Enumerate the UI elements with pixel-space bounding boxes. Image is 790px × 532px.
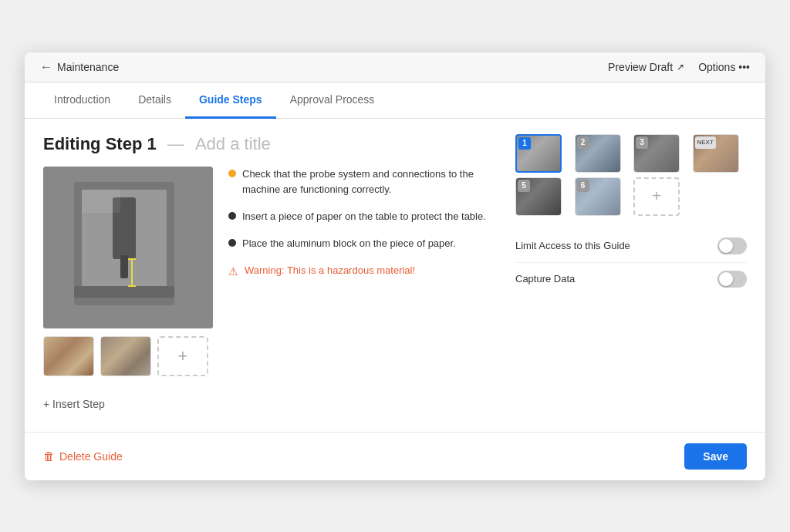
add-step-button[interactable]: +	[633, 177, 680, 216]
instruction-item-1: Check that the probe system and connecti…	[228, 167, 497, 199]
right-panel: 1 2 3 NEXT 5 6	[515, 134, 747, 416]
cnc-machine-svg	[43, 167, 213, 328]
insert-step-label: + Insert Step	[43, 398, 105, 410]
limit-access-label: Limit Access to this Guide	[515, 240, 630, 251]
step-num-2: 2	[577, 136, 589, 149]
back-label: Maintenance	[57, 61, 119, 73]
limit-access-row: Limit Access to this Guide	[515, 230, 747, 263]
save-button[interactable]: Save	[684, 443, 747, 470]
save-label: Save	[703, 450, 728, 463]
capture-data-label: Capture Data	[515, 273, 575, 285]
step-thumb-4[interactable]: NEXT	[693, 134, 739, 173]
back-arrow-icon: ←	[40, 60, 52, 74]
step-thumb-1[interactable]: 1	[515, 134, 562, 173]
thumbnail-1[interactable]	[43, 336, 94, 376]
svg-rect-5	[74, 286, 174, 298]
add-image-button[interactable]: +	[157, 336, 208, 376]
external-link-icon: ↗	[677, 62, 684, 72]
topbar-actions: Preview Draft ↗ Options •••	[608, 61, 750, 73]
main-image-container: +	[43, 167, 213, 376]
tab-details[interactable]: Details	[124, 82, 185, 119]
back-navigation[interactable]: ← Maintenance	[40, 60, 119, 74]
step-thumb-2[interactable]: 2	[575, 134, 621, 173]
svg-rect-9	[82, 190, 120, 213]
tab-introduction[interactable]: Introduction	[40, 82, 124, 119]
warning-row: ⚠ Warning: This is a hazardous material!	[228, 263, 497, 280]
step-thumb-5[interactable]: 5	[515, 177, 562, 216]
step-thumb-6[interactable]: 6	[575, 177, 621, 216]
preview-draft-label: Preview Draft	[608, 61, 673, 73]
limit-access-toggle[interactable]	[717, 237, 747, 254]
bullet-black-icon-2	[228, 239, 236, 247]
app-window: ← Maintenance Preview Draft ↗ Options ••…	[25, 52, 765, 480]
ellipsis-icon: •••	[738, 61, 750, 73]
instruction-item-3: Place the aluminum block on the piece of…	[228, 236, 497, 252]
instruction-text-1: Check that the probe system and connecti…	[242, 167, 497, 199]
instruction-text-3: Place the aluminum block on the piece of…	[242, 236, 456, 252]
tab-approval-process[interactable]: Approval Process	[276, 82, 389, 119]
capture-data-toggle[interactable]	[717, 271, 747, 288]
main-content: Editing Step 1 — Add a title	[25, 119, 765, 432]
capture-data-row: Capture Data	[515, 263, 747, 295]
instruction-item-2: Insert a piece of paper on the table to …	[228, 209, 497, 225]
preview-draft-button[interactable]: Preview Draft ↗	[608, 61, 684, 73]
bottom-bar: 🗑 Delete Guide Save	[25, 432, 765, 480]
instructions-panel: Check that the probe system and connecti…	[228, 167, 497, 376]
step-num-5: 5	[518, 180, 530, 192]
bullet-black-icon-1	[228, 212, 236, 220]
options-button[interactable]: Options •••	[698, 61, 750, 73]
step-thumb-3[interactable]: 3	[633, 134, 680, 173]
main-step-image[interactable]	[43, 167, 213, 328]
editor-area: + Check that the probe system and connec…	[43, 167, 497, 376]
tab-bar: Introduction Details Guide Steps Approva…	[25, 82, 765, 119]
insert-step-button[interactable]: + Insert Step	[43, 392, 497, 416]
step-thumbnails-grid: 1 2 3 NEXT 5 6	[515, 134, 747, 216]
thumbnail-row: +	[43, 336, 213, 376]
thumbnail-2[interactable]	[100, 336, 151, 376]
svg-rect-4	[120, 255, 128, 278]
options-label: Options	[698, 61, 735, 73]
step-num-4: NEXT	[695, 136, 716, 149]
step-prefix: Editing Step 1	[43, 134, 157, 153]
step-title: Editing Step 1 — Add a title	[43, 134, 497, 154]
delete-guide-button[interactable]: 🗑 Delete Guide	[43, 450, 123, 463]
step-num-3: 3	[636, 136, 648, 149]
bullet-orange-icon	[228, 170, 236, 177]
tab-guide-steps[interactable]: Guide Steps	[185, 82, 276, 119]
step-num-6: 6	[577, 180, 589, 192]
left-panel: Editing Step 1 — Add a title	[43, 134, 497, 416]
topbar: ← Maintenance Preview Draft ↗ Options ••…	[25, 52, 765, 82]
trash-icon: 🗑	[43, 450, 55, 463]
dash-separator: —	[167, 134, 189, 153]
step-title-placeholder[interactable]: Add a title	[195, 134, 271, 153]
warning-text: Warning: This is a hazardous material!	[245, 263, 415, 279]
warning-triangle-icon: ⚠	[228, 263, 238, 280]
step-num-1: 1	[518, 137, 531, 150]
cnc-overlay	[43, 167, 213, 328]
instruction-text-2: Insert a piece of paper on the table to …	[242, 209, 486, 225]
delete-guide-label: Delete Guide	[59, 450, 123, 463]
